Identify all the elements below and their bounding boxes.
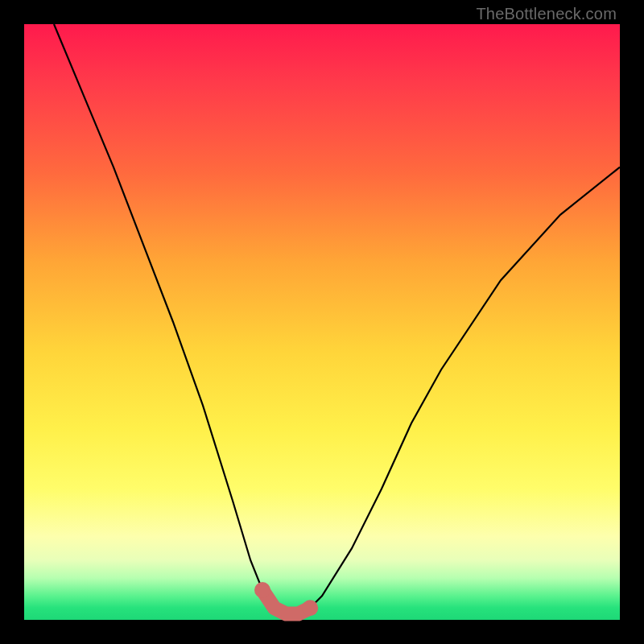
bottleneck-curve	[54, 24, 620, 614]
flat-bottom-highlight	[254, 582, 318, 616]
flat-bottom-highlight-endcap	[254, 582, 270, 598]
curve-layer	[24, 24, 620, 620]
watermark: TheBottleneck.com	[476, 5, 617, 23]
chart-frame: TheBottleneck.com	[0, 0, 644, 644]
bottleneck-curve-path	[54, 24, 620, 614]
flat-bottom-highlight-endcap	[302, 600, 318, 616]
plot-area	[24, 24, 620, 620]
